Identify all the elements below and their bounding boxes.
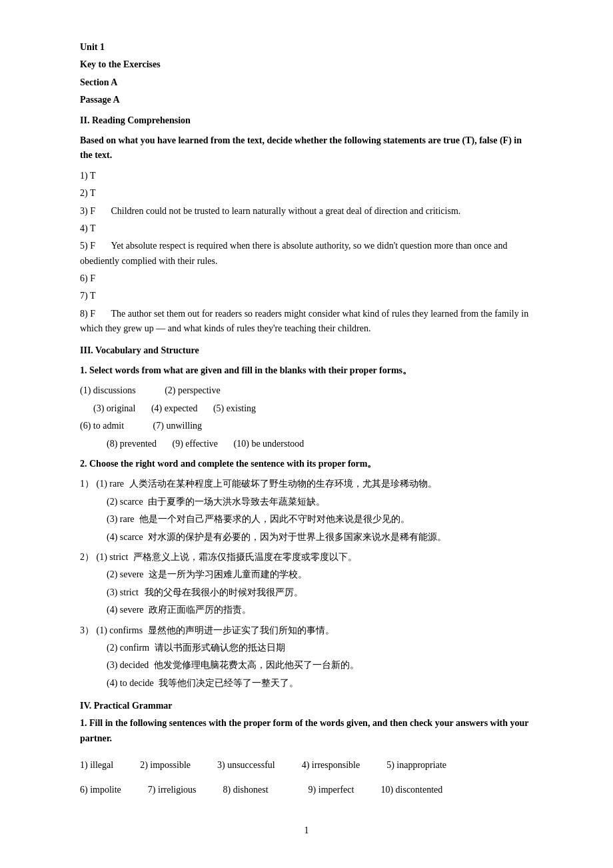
page-container: Unit 1 Key to the Exercises Section A Pa…: [80, 40, 533, 836]
answer-4-num: 4) T: [80, 223, 95, 233]
q2-g1-s1-label: (1) rare: [97, 479, 125, 489]
fill-7: 7) irreligious: [148, 781, 197, 798]
passage-a-title: Passage A: [80, 93, 533, 107]
q2-g2-s4-label: (4) severe: [107, 605, 144, 615]
answer-8-text: The author set them out for readers so r…: [80, 309, 528, 333]
section3-title: III. Vocabulary and Structure: [80, 343, 533, 358]
fill-10: 10) discontented: [380, 781, 442, 798]
q2-g2-s1-text: 严格意义上说，霜冻仅指摄氏温度在零度或零度以下。: [133, 552, 357, 562]
q2-g1-s2-label: (2) scarce: [107, 497, 143, 507]
q1-a3: (3) original: [93, 403, 135, 413]
q2-g1-s4-label: (4) scarce: [107, 532, 143, 542]
q2-g3-s2-text: 请以书面形式确认您的抵达日期: [155, 643, 285, 653]
answer-3: 3) F Children could not be trusted to le…: [80, 204, 533, 219]
section4-q1-title: 1. Fill in the following sentences with …: [80, 716, 533, 746]
section-a-title: Section A: [80, 75, 533, 90]
q2-g2-s4-text: 政府正面临严厉的指责。: [149, 605, 251, 615]
q2-g2-s2-label: (2) severe: [107, 569, 144, 579]
q1-a6: (6) to admit: [80, 421, 124, 431]
q2-g1-s1-text: 人类活动在某种程度上可能破坏了野生动物的生存环境，尤其是珍稀动物。: [129, 479, 437, 489]
q2-g2-s3: (3) strict 我的父母在我很小的时候对我很严厉。: [107, 585, 533, 600]
q2-group1-label: 1）: [80, 479, 94, 489]
answer-1-num: 1) T: [80, 171, 95, 181]
answer-2-num: 2) T: [80, 188, 95, 198]
q2-g1-s3-label: (3) rare: [107, 514, 135, 524]
q1-row2: (3) original (4) expected (5) existing: [93, 401, 533, 416]
q2-g3-s4: (4) to decide 我等他们决定已经等了一整天了。: [107, 676, 533, 691]
q2-group2: 2） (1) strict 严格意义上说，霜冻仅指摄氏温度在零度或零度以下。: [80, 550, 533, 565]
q2-g2-s2-text: 这是一所为学习困难儿童而建的学校。: [149, 569, 307, 579]
answer-6: 6) F: [80, 271, 533, 286]
q2-g1-s2-text: 由于夏季的一场大洪水导致去年蔬菜短缺。: [148, 497, 325, 507]
q2-group2-label: 2）: [80, 552, 94, 562]
unit-title: Unit 1: [80, 40, 533, 55]
q2-g1-s3-text: 他是一个对自己严格要求的人，因此不守时对他来说是很少见的。: [139, 514, 410, 524]
q1-a8: (8) prevented: [107, 439, 157, 449]
q1-a4: (4) expected: [151, 403, 198, 413]
fill-6: 6) impolite: [80, 781, 121, 798]
section3-q1-title: 1. Select words from what are given and …: [80, 363, 533, 378]
q1-row1: (1) discussions (2) perspective: [80, 383, 533, 398]
section2-title: II. Reading Comprehension: [80, 113, 533, 128]
q2-g3-s4-label: (4) to decide: [107, 678, 154, 688]
q1-a7: (7) unwilling: [153, 421, 203, 431]
q2-group3-label: 3）: [80, 625, 94, 635]
fill-5: 5) inappropriate: [386, 757, 446, 773]
answer-5: 5) F Yet absolute respect is required wh…: [80, 239, 533, 269]
q2-g3-s3: (3) decided 他发觉修理电脑花费太高，因此他买了一台新的。: [107, 658, 533, 673]
q2-g1-s4-text: 对水源的保护是有必要的，因为对于世界上很多国家来说水是稀有能源。: [148, 532, 446, 542]
instructions-text: Based on what you have learned from the …: [80, 133, 533, 163]
q2-g3-s1-label: (1) confirms: [97, 625, 143, 635]
q1-a9: (9) effective: [173, 439, 219, 449]
answer-7-num: 7) T: [80, 291, 95, 301]
q2-g1-s4: (4) scarce 对水源的保护是有必要的，因为对于世界上很多国家来说水是稀有…: [107, 530, 533, 545]
fill-1: 1) illegal: [80, 757, 113, 773]
key-title: Key to the Exercises: [80, 57, 533, 72]
answer-5-text: Yet absolute respect is required when th…: [80, 241, 508, 265]
answer-1: 1) T: [80, 169, 533, 183]
section4-title: IV. Practical Grammar: [80, 699, 533, 713]
answer-7: 7) T: [80, 289, 533, 303]
q2-g3-s2: (2) confirm 请以书面形式确认您的抵达日期: [107, 641, 533, 655]
fill-4: 4) irresponsible: [302, 757, 360, 773]
q1-row3: (6) to admit (7) unwilling: [80, 419, 533, 433]
q2-g3-s2-label: (2) confirm: [107, 643, 149, 653]
q2-g2-s3-label: (3) strict: [107, 587, 139, 597]
page-number: 1: [80, 825, 533, 836]
answer-3-num: 3) F: [80, 206, 95, 216]
section4-q1-title-text: 1. Fill in the following sentences with …: [80, 718, 528, 743]
q2-g2-s3-text: 我的父母在我很小的时候对我很严厉。: [145, 587, 303, 597]
answer-6-num: 6) F: [80, 273, 95, 283]
answer-8: 8) F The author set them out for readers…: [80, 307, 533, 337]
q2-g2-s4: (4) severe 政府正面临严厉的指责。: [107, 603, 533, 617]
q2-group1: 1） (1) rare 人类活动在某种程度上可能破坏了野生动物的生存环境，尤其是…: [80, 477, 533, 491]
q2-g3-s3-label: (3) decided: [107, 660, 149, 670]
fill-8: 8) dishonest: [223, 781, 269, 798]
q2-g2-s1-label: (1) strict: [97, 552, 129, 562]
q2-g2-s2: (2) severe 这是一所为学习困难儿童而建的学校。: [107, 567, 533, 582]
q1-a10: (10) be understood: [234, 439, 305, 449]
answer-2: 2) T: [80, 186, 533, 201]
fill-2: 2) impossible: [140, 757, 191, 773]
fill-row2: 6) impolite 7) irreligious 8) dishonest …: [80, 781, 533, 798]
q2-group3: 3） (1) confirms 显然他的声明进一步证实了我们所知的事情。: [80, 623, 533, 638]
answer-8-num: 8) F: [80, 309, 95, 319]
q1-row4: (8) prevented (9) effective (10) be unde…: [107, 437, 533, 451]
q2-g1-s2: (2) scarce 由于夏季的一场大洪水导致去年蔬菜短缺。: [107, 495, 533, 509]
answer-4: 4) T: [80, 221, 533, 236]
fill-3: 3) unsuccessful: [217, 757, 275, 773]
section3-q2-title: 2. Choose the right word and complete th…: [80, 457, 533, 471]
q2-g3-s1-text: 显然他的声明进一步证实了我们所知的事情。: [148, 625, 334, 635]
answer-3-text: Children could not be trusted to learn n…: [111, 206, 460, 216]
q1-a5: (5) existing: [213, 403, 256, 413]
q2-g3-s3-text: 他发觉修理电脑花费太高，因此他买了一台新的。: [154, 660, 359, 670]
answer-5-num: 5) F: [80, 241, 95, 251]
q2-g3-s4-text: 我等他们决定已经等了一整天了。: [159, 678, 299, 688]
fill-row1: 1) illegal 2) impossible 3) unsuccessful…: [80, 757, 533, 773]
q2-g1-s3: (3) rare 他是一个对自己严格要求的人，因此不守时对他来说是很少见的。: [107, 512, 533, 527]
fill-9: 9) imperfect: [308, 781, 354, 798]
q1-a2: (2) perspective: [165, 385, 221, 395]
q1-a1: (1) discussions: [80, 385, 136, 395]
